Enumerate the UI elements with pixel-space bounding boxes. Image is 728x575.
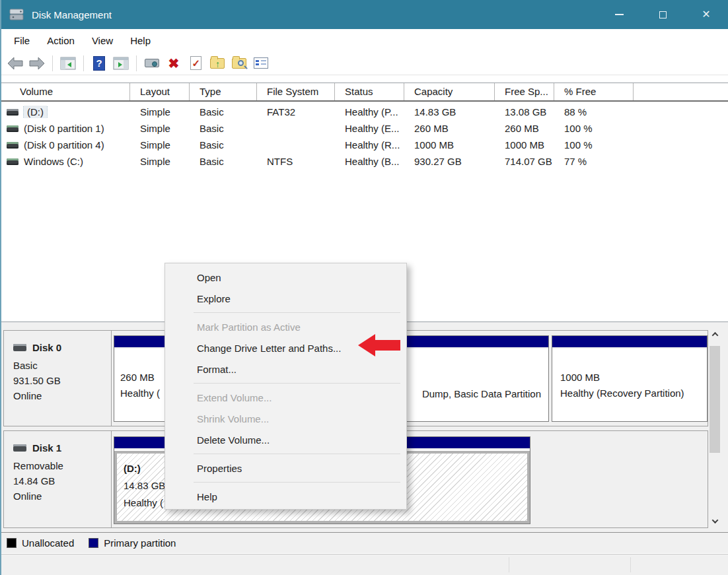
back-button[interactable]	[5, 54, 25, 73]
menu-file[interactable]: File	[5, 31, 38, 50]
vertical-scrollbar[interactable]	[709, 329, 721, 527]
arrow-body	[375, 340, 400, 351]
volume-icon	[7, 125, 18, 132]
scroll-down-button[interactable]	[709, 516, 721, 527]
partition-size: 1000 MB	[560, 370, 707, 386]
cell-pctfree: 100 %	[554, 123, 634, 134]
forward-button[interactable]	[27, 54, 47, 73]
cell-status: Healthy (R...	[335, 139, 404, 151]
list-options-button[interactable]	[251, 54, 271, 73]
menu-separator	[194, 312, 400, 313]
partition-status: Dump, Basic Data Partition	[422, 386, 541, 402]
cell-layout: Simple	[130, 106, 190, 118]
volume-icon	[7, 142, 18, 149]
column-header-status[interactable]: Status	[335, 83, 404, 100]
forward-icon	[28, 56, 46, 71]
toolbar-separator	[136, 55, 137, 71]
open-folder-button[interactable]: ↑	[207, 54, 227, 73]
menu-view[interactable]: View	[83, 31, 122, 50]
scrollbar-thumb[interactable]	[710, 346, 720, 453]
partition-color-strip	[552, 336, 707, 349]
delete-button[interactable]: ✖	[164, 54, 184, 73]
disk-icon	[13, 344, 26, 351]
column-header-freespace[interactable]: Free Sp...	[495, 83, 554, 100]
menu-item-open[interactable]: Open	[165, 267, 406, 288]
check-document-button[interactable]: ✓	[186, 54, 205, 73]
device-button[interactable]	[142, 54, 162, 73]
help-button[interactable]: ?	[89, 54, 109, 73]
cell-layout: Simple	[130, 156, 190, 167]
legend-unallocated-label: Unallocated	[22, 537, 74, 549]
cell-pctfree: 88 %	[554, 106, 634, 118]
menubar: File Action View Help	[1, 29, 728, 51]
disk1-status: Online	[13, 489, 111, 504]
explore-folder-button[interactable]	[229, 54, 249, 73]
partition-recovery-1000mb[interactable]: 1000 MB Healthy (Recovery Partition)	[552, 335, 708, 422]
table-row-windows-c[interactable]: Windows (C:) Simple Basic NTFS Healthy (…	[1, 153, 728, 170]
menu-item-explore[interactable]: Explore	[165, 288, 406, 309]
column-header-pctfree[interactable]: % Free	[554, 83, 634, 100]
cell-status: Healthy (B...	[335, 156, 404, 167]
minimize-button[interactable]	[597, 0, 641, 29]
cell-layout: Simple	[130, 123, 190, 134]
menu-item-delete-volume[interactable]: Delete Volume...	[165, 429, 406, 450]
show-action-pane-icon	[113, 57, 129, 70]
close-button[interactable]: ✕	[684, 0, 728, 29]
cell-type: Basic	[190, 156, 257, 167]
show-console-tree-button[interactable]	[58, 54, 78, 73]
volume-name: (Disk 0 partition 4)	[24, 139, 104, 151]
disk0-size: 931.50 GB	[13, 373, 111, 388]
unallocated-swatch	[7, 538, 17, 548]
minimize-icon	[615, 14, 624, 15]
cell-type: Basic	[190, 139, 257, 151]
device-icon	[145, 59, 159, 67]
cell-free: 1000 MB	[495, 139, 554, 151]
menu-help[interactable]: Help	[122, 31, 159, 50]
table-row-disk0-part4[interactable]: (Disk 0 partition 4) Simple Basic Health…	[1, 137, 728, 153]
column-header-capacity[interactable]: Capacity	[404, 83, 495, 100]
cell-status: Healthy (E...	[335, 123, 404, 134]
table-row-disk0-part1[interactable]: (Disk 0 partition 1) Simple Basic Health…	[1, 120, 728, 137]
cell-free: 714.07 GB	[495, 156, 554, 167]
show-action-pane-button[interactable]	[111, 54, 131, 73]
column-header-volume[interactable]: Volume	[1, 83, 130, 100]
cell-pctfree: 100 %	[554, 139, 634, 151]
disk0-name: Disk 0	[32, 340, 61, 355]
cell-free: 260 MB	[495, 123, 554, 134]
volume-icon	[7, 109, 18, 116]
menu-item-format[interactable]: Format...	[165, 358, 406, 380]
statusbar-divider	[630, 557, 631, 572]
volume-name: (D:)	[24, 106, 47, 118]
column-header-layout[interactable]: Layout	[130, 83, 190, 100]
cell-type: Basic	[190, 106, 257, 118]
show-console-tree-icon	[60, 57, 76, 70]
list-options-icon	[254, 57, 268, 69]
table-row-d[interactable]: (D:) Simple Basic FAT32 Healthy (P... 14…	[1, 104, 728, 120]
column-header-filesystem[interactable]: File System	[257, 83, 335, 100]
window-title: Disk Management	[32, 9, 112, 20]
disk1-info-panel[interactable]: Disk 1 Removable 14.84 GB Online	[4, 431, 112, 527]
cell-filesystem: FAT32	[257, 106, 335, 118]
menu-item-properties[interactable]: Properties	[165, 457, 406, 479]
close-icon: ✕	[702, 9, 710, 20]
disk0-info-panel[interactable]: Disk 0 Basic 931.50 GB Online	[4, 331, 112, 426]
open-folder-icon: ↑	[210, 58, 225, 69]
maximize-button[interactable]	[641, 0, 684, 29]
cell-capacity: 1000 MB	[404, 139, 495, 151]
cell-layout: Simple	[130, 139, 190, 151]
red-annotation-arrow	[358, 334, 400, 356]
disk1-size: 14.84 GB	[13, 473, 111, 489]
menu-separator	[194, 482, 400, 483]
statusbar-divider	[509, 557, 509, 572]
menu-item-help[interactable]: Help	[165, 486, 406, 507]
legend-primary-label: Primary partition	[104, 537, 176, 549]
menu-action[interactable]: Action	[38, 31, 83, 50]
maximize-icon	[659, 11, 667, 18]
scroll-up-button[interactable]	[709, 329, 721, 340]
column-header-type[interactable]: Type	[190, 83, 257, 100]
menu-item-shrink-volume: Shrink Volume...	[165, 408, 406, 429]
menu-separator	[194, 383, 400, 384]
cell-filesystem: NTFS	[257, 156, 335, 167]
app-icon	[9, 8, 25, 21]
disk1-type: Removable	[13, 458, 111, 473]
